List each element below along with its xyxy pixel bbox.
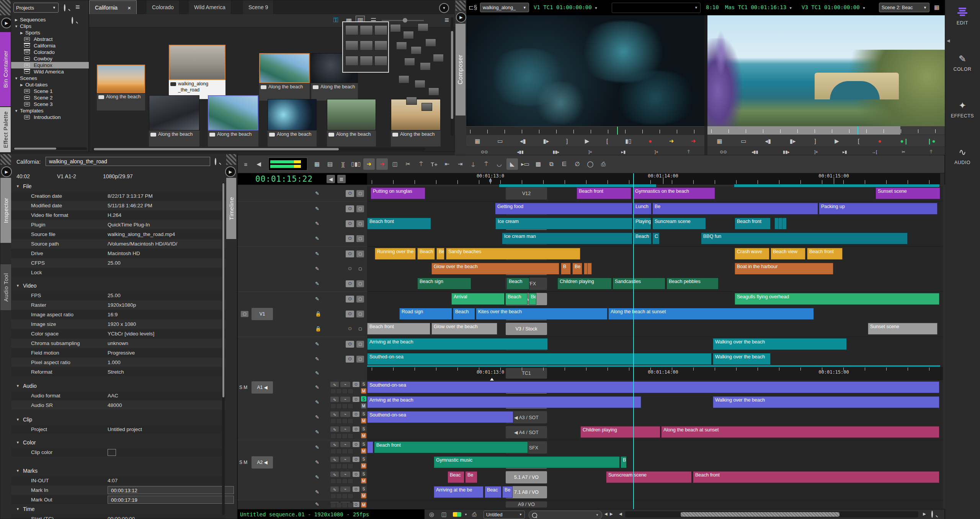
- pencil-icon[interactable]: ✎: [315, 236, 319, 241]
- timeline-search[interactable]: ▼: [529, 511, 602, 519]
- timeline-clip-packing-up[interactable]: Packing up: [819, 203, 938, 215]
- overwrite-icon[interactable]: ➜: [691, 138, 696, 145]
- eq-cell[interactable]: [348, 449, 353, 454]
- timeline-clip-glow-over-the-beach[interactable]: Glow over the beach: [431, 263, 559, 275]
- mute-button[interactable]: M: [361, 493, 366, 498]
- timeline-clip-beach-pebbles[interactable]: Beach pebbles: [666, 278, 719, 290]
- clip-icon[interactable]: ▭: [741, 138, 746, 145]
- inspector-vscrollbar[interactable]: [222, 182, 225, 515]
- tab-scene-9[interactable]: Scene 9: [243, 0, 274, 14]
- bin-mini-clip[interactable]: [411, 46, 421, 54]
- page-fwd-icon[interactable]: ▶: [610, 512, 613, 516]
- playhead[interactable]: [633, 173, 634, 509]
- timeline-timecode[interactable]: 00:01:15:22: [255, 174, 313, 184]
- automation-icon[interactable]: ⌁: [340, 472, 350, 477]
- toolset-dropdown[interactable]: Untitled▼: [483, 511, 525, 519]
- add-edit-icon[interactable]: ▮▯: [625, 138, 632, 145]
- eq-cell[interactable]: [336, 433, 342, 439]
- solo-button[interactable]: S: [361, 486, 366, 491]
- source-position-bar[interactable]: [466, 126, 704, 135]
- pencil-icon[interactable]: ✎: [315, 251, 319, 257]
- panel-play-button[interactable]: ▶: [1, 166, 12, 177]
- mute-button[interactable]: M: [361, 448, 366, 454]
- pencil-icon[interactable]: ✎: [315, 399, 319, 405]
- eq-cell[interactable]: [336, 493, 342, 499]
- sidebar-item-cowboy[interactable]: Cowboy: [11, 55, 101, 62]
- monitor-icon[interactable]: ▢: [356, 356, 364, 363]
- tab-effect-palette[interactable]: Effect Palette: [0, 107, 11, 152]
- power-icon[interactable]: ⏻: [346, 265, 354, 272]
- automation-icon[interactable]: ⌁: [340, 412, 350, 417]
- monitor-icon[interactable]: ▢: [356, 265, 364, 272]
- lift-icon[interactable]: ⍑: [415, 158, 427, 170]
- waveform-icon[interactable]: ∿: [330, 382, 339, 387]
- monitor-icon[interactable]: ▢: [356, 311, 364, 317]
- timeline-clip-beach-front[interactable]: Beach front: [374, 441, 528, 453]
- overwrite-mode-icon[interactable]: ▯▮▯: [350, 158, 362, 170]
- timeline-clip-children-playing[interactable]: Children playing: [557, 278, 612, 290]
- tab-wild-america[interactable]: Wild America: [189, 0, 231, 14]
- timeline-clip-beach-front[interactable]: Beach front: [735, 218, 771, 229]
- timeline-clip-kites-over-the-beach[interactable]: Kites over the beach: [476, 308, 608, 320]
- section-header-clip[interactable]: ▼Clip: [11, 417, 32, 423]
- timeline-clip-beach-front[interactable]: Beach front: [367, 218, 431, 229]
- drag-handle-icon[interactable]: [226, 154, 236, 165]
- timeline-clip-playing[interactable]: Playing: [633, 218, 651, 229]
- grid-icon[interactable]: ▦: [475, 138, 480, 145]
- match-back-icon[interactable]: ●❙: [900, 138, 908, 145]
- thumb-size-slider[interactable]: [382, 20, 424, 21]
- eq-cell[interactable]: [330, 433, 336, 439]
- pencil-icon[interactable]: ✎: [315, 444, 319, 450]
- track-label-V3[interactable]: V3 / Stock: [506, 323, 547, 335]
- record-position-bar[interactable]: [707, 126, 945, 135]
- next-edit-icon[interactable]: ▸▮: [621, 150, 626, 155]
- timeline-clip-running-over-the-s[interactable]: Running over the s: [375, 248, 416, 260]
- gang-icon[interactable]: ⊏§: [469, 4, 477, 11]
- clip-name-input[interactable]: [46, 157, 210, 166]
- timeline-clip-beac[interactable]: Beac: [485, 486, 501, 498]
- record-dot-icon[interactable]: ●: [648, 138, 652, 144]
- waveform-icon[interactable]: ∿: [330, 472, 339, 477]
- timeline-clip-beac[interactable]: Beac: [448, 471, 464, 483]
- bin-mini-clip[interactable]: [420, 62, 431, 70]
- scissors-icon[interactable]: ✂: [402, 158, 414, 170]
- chevron-down-icon[interactable]: ▼: [14, 109, 18, 113]
- timeline-clip-be[interactable]: Be: [465, 471, 477, 483]
- timeline-ruler[interactable]: 00:01:13:0000:01:14:0000:01:15:00: [367, 173, 940, 185]
- eq-cell[interactable]: [336, 418, 342, 424]
- timeline-clip-beach-sign[interactable]: Beach sign: [417, 278, 471, 290]
- patch-button[interactable]: A2 ◀: [252, 456, 273, 469]
- collapse-icon[interactable]: ⍊: [467, 158, 479, 170]
- collapse-rail-icon[interactable]: ◀: [947, 38, 950, 43]
- eq-cell[interactable]: [330, 493, 336, 499]
- power-icon[interactable]: ⏻: [353, 412, 359, 417]
- chevron-down-icon[interactable]: ▼: [16, 418, 20, 421]
- eq-cell[interactable]: [342, 503, 348, 508]
- eq-cell[interactable]: [348, 433, 353, 439]
- lock-icon[interactable]: 🔒: [315, 311, 321, 317]
- sidebar-item-scenes[interactable]: ▼Scenes: [11, 75, 91, 81]
- menu-icon[interactable]: ≡: [75, 3, 80, 11]
- eq-cell[interactable]: [348, 418, 353, 424]
- timeline-clip-beach-front[interactable]: Beach front: [693, 471, 939, 483]
- play-clip-icon[interactable]: ▸▭: [519, 158, 531, 170]
- extend-icon[interactable]: →[: [872, 150, 877, 154]
- eq-cell[interactable]: [342, 433, 348, 439]
- eq-cell[interactable]: [330, 478, 336, 484]
- timeline-clip-beach[interactable]: Beach: [506, 278, 529, 290]
- automation-icon[interactable]: ⌁: [340, 442, 350, 447]
- gang-icon[interactable]: ⊙⊙: [720, 150, 727, 155]
- split-monitor-icon[interactable]: ◫: [441, 511, 447, 518]
- curve-icon[interactable]: ◡: [493, 158, 505, 170]
- timeline-clip-sandcastles[interactable]: Sandcastles: [612, 278, 665, 290]
- timeline-clip-sunset-scene[interactable]: Sunset scene: [868, 323, 938, 335]
- eq-cell[interactable]: [330, 403, 336, 409]
- mark-in-icon[interactable]: [: [858, 138, 859, 144]
- timeline-clip-southend-on-sea[interactable]: Southend-on-sea: [367, 411, 513, 423]
- tab-composer[interactable]: Composer: [456, 24, 466, 116]
- eq-cell[interactable]: [336, 503, 342, 508]
- track-label-A7[interactable]: 5.1 A7 / VO: [506, 471, 547, 483]
- mute-button[interactable]: M: [361, 463, 366, 469]
- timeline-clip-be[interactable]: Be: [572, 263, 582, 275]
- eq-cell[interactable]: [330, 418, 336, 424]
